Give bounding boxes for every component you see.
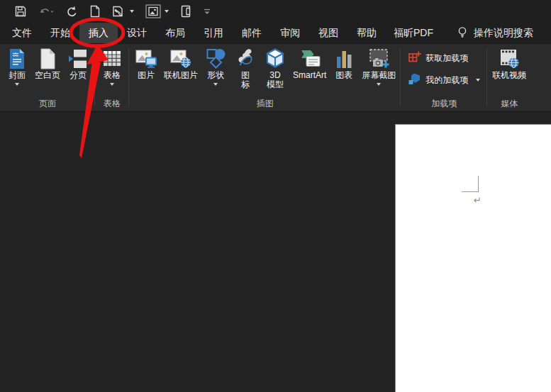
page-break-icon xyxy=(66,47,90,71)
chevron-down-icon xyxy=(377,83,381,86)
quick-access-toolbar xyxy=(0,0,551,23)
customize-qat-icon xyxy=(203,7,211,16)
new-document-icon xyxy=(89,5,101,18)
table-icon xyxy=(100,47,124,71)
my-addins-label: 我的加载项 xyxy=(425,74,468,86)
paragraph-mark: ↵ xyxy=(474,195,482,206)
undo-button[interactable] xyxy=(34,3,58,20)
my-addins-button[interactable]: 我的加载项 xyxy=(406,72,482,89)
ribbon-tab-bar: 文件 开始 插入 设计 布局 引用 邮件 审阅 视图 帮助 福昕PDF 操作说明… xyxy=(0,23,551,44)
cover-page-button[interactable]: 封面 xyxy=(2,45,32,86)
redo-icon xyxy=(65,5,78,18)
ribbon-group-tables: 表格 表格 xyxy=(95,44,129,111)
blank-page-button[interactable]: 空白页 xyxy=(32,45,63,80)
tab-design[interactable]: 设计 xyxy=(118,23,156,43)
tab-help[interactable]: 帮助 xyxy=(347,23,386,43)
get-addins-button[interactable]: 获取加载项 xyxy=(406,50,482,67)
ink-tool-button[interactable] xyxy=(108,3,138,20)
tab-home[interactable]: 开始 xyxy=(41,23,79,43)
chevron-down-icon xyxy=(213,83,218,86)
3d-models-icon xyxy=(263,47,287,71)
get-addins-label: 获取加载项 xyxy=(425,52,468,65)
copy-document-icon xyxy=(180,5,191,18)
save-button[interactable] xyxy=(10,3,31,20)
tab-insert[interactable]: 插入 xyxy=(79,23,118,43)
screenshot-button[interactable]: 屏幕截图 xyxy=(359,45,399,86)
group-label-media: 媒体 xyxy=(489,98,529,111)
online-video-icon xyxy=(497,47,521,71)
group-label-addins: 加载项 xyxy=(403,98,485,111)
insert-object-icon xyxy=(145,4,161,18)
page-break-button[interactable]: 分页 xyxy=(63,45,93,80)
customize-qat-button[interactable] xyxy=(199,3,216,20)
undo-icon xyxy=(38,5,54,18)
tab-layout[interactable]: 布局 xyxy=(156,23,194,43)
chevron-down-icon xyxy=(110,83,114,86)
picture-icon xyxy=(134,47,158,71)
chevron-down-icon xyxy=(476,79,480,82)
tab-review[interactable]: 审阅 xyxy=(271,23,309,43)
ribbon-group-pages: 封面 空白页 分页 页面 xyxy=(0,44,95,111)
3d-models-button[interactable]: 3D 模型 xyxy=(260,45,290,89)
cover-page-icon xyxy=(5,47,29,71)
online-video-button[interactable]: 联机视频 xyxy=(489,45,529,80)
smartart-icon xyxy=(298,47,322,71)
word-window: 文件 开始 插入 设计 布局 引用 邮件 审阅 视图 帮助 福昕PDF 操作说明… xyxy=(0,0,551,392)
online-pictures-icon xyxy=(169,47,193,71)
margin-corner-mark xyxy=(462,176,479,192)
group-label-tables: 表格 xyxy=(97,98,127,111)
chevron-down-icon xyxy=(165,10,169,13)
online-pictures-button[interactable]: 联机图片 xyxy=(161,45,201,80)
tab-view[interactable]: 视图 xyxy=(309,23,347,43)
ribbon-group-addins: 获取加载项 我的加载项 加载项 xyxy=(401,44,487,111)
screenshot-icon xyxy=(367,47,391,71)
my-addins-icon xyxy=(408,72,421,88)
chart-button[interactable]: 图表 xyxy=(329,45,359,80)
lightbulb-icon xyxy=(457,26,468,40)
smartart-button[interactable]: SmartArt xyxy=(290,45,329,80)
new-document-button[interactable] xyxy=(85,3,105,20)
icons-icon xyxy=(233,47,257,71)
save-icon xyxy=(14,5,27,18)
tab-foxit-pdf[interactable]: 福昕PDF xyxy=(386,23,441,43)
tab-file[interactable]: 文件 xyxy=(3,23,41,43)
ribbon-group-media: 联机视频 媒体 xyxy=(487,44,531,111)
tab-mailings[interactable]: 邮件 xyxy=(233,23,271,43)
copy-document-button[interactable] xyxy=(176,3,196,20)
document-page[interactable]: ↵ xyxy=(395,124,551,392)
ink-tool-icon xyxy=(112,5,126,18)
icons-button[interactable]: 图 标 xyxy=(230,45,260,89)
shapes-icon xyxy=(204,47,228,71)
document-canvas: ↵ xyxy=(0,112,551,392)
ribbon-group-illustrations: 图片 联机图片 形状 xyxy=(129,44,401,111)
chevron-down-icon xyxy=(130,10,134,13)
insert-object-button[interactable] xyxy=(141,3,173,20)
get-addins-icon xyxy=(408,50,421,66)
blank-page-icon xyxy=(35,47,60,71)
chart-icon xyxy=(332,47,356,71)
tab-references[interactable]: 引用 xyxy=(194,23,233,43)
shapes-button[interactable]: 形状 xyxy=(201,45,230,86)
pictures-button[interactable]: 图片 xyxy=(131,45,161,80)
tell-me-search[interactable]: 操作说明搜索 xyxy=(457,23,533,43)
redo-button[interactable] xyxy=(61,3,82,20)
chevron-down-icon xyxy=(15,83,19,86)
table-button[interactable]: 表格 xyxy=(97,45,127,86)
group-label-illustrations: 插图 xyxy=(131,98,399,111)
tell-me-label: 操作说明搜索 xyxy=(474,27,533,40)
group-label-pages: 页面 xyxy=(2,98,93,111)
ribbon-insert: 封面 空白页 分页 页面 xyxy=(0,44,551,112)
